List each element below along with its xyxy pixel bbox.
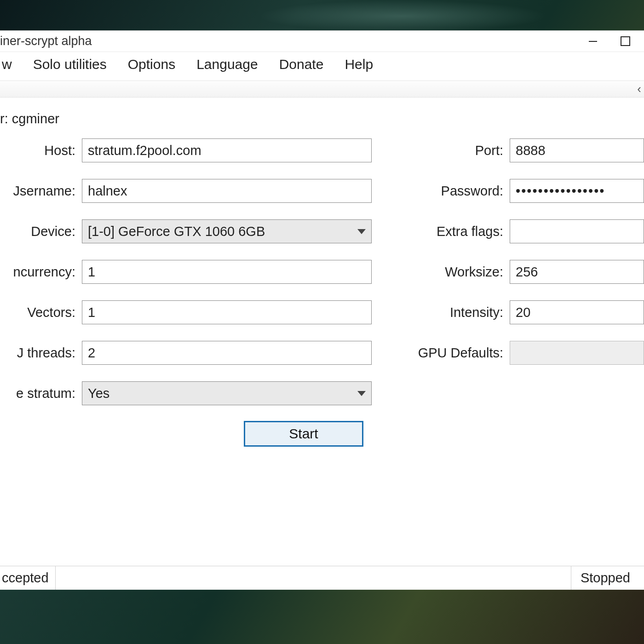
menu-donate[interactable]: Donate — [277, 55, 326, 74]
status-bar: ccepted Stopped — [0, 566, 644, 590]
miner-section-label: r: cgminer — [0, 109, 644, 138]
password-input[interactable] — [510, 179, 644, 203]
chevron-down-icon — [357, 391, 366, 396]
toolbar-overflow-icon[interactable]: ‹ — [637, 82, 641, 96]
window-title: iner-scrypt alpha — [0, 34, 92, 48]
toolbar-strip: ‹ — [0, 81, 644, 98]
stratum-label: e stratum: — [0, 386, 82, 401]
chevron-down-icon — [357, 229, 366, 234]
threads-input[interactable] — [82, 341, 372, 365]
port-label: Port: — [408, 143, 510, 158]
worksize-label: Worksize: — [408, 264, 510, 280]
device-select[interactable]: [1-0] GeForce GTX 1060 6GB — [82, 219, 372, 243]
password-label: Password: — [408, 184, 510, 199]
start-button[interactable]: Start — [244, 421, 363, 447]
menu-solo-utilities[interactable]: Solo utilities — [31, 55, 109, 74]
device-select-value: [1-0] GeForce GTX 1060 6GB — [88, 224, 265, 239]
vectors-input[interactable] — [82, 300, 372, 324]
gpu-defaults-box[interactable] — [510, 341, 644, 365]
intensity-input[interactable] — [510, 300, 644, 324]
threads-label: J threads: — [0, 345, 82, 361]
menu-help[interactable]: Help — [343, 55, 375, 74]
extra-flags-label: Extra flags: — [408, 224, 510, 239]
menu-bar: w Solo utilities Options Language Donate… — [0, 52, 644, 81]
extra-flags-input[interactable] — [510, 219, 644, 243]
stratum-select[interactable]: Yes — [82, 381, 372, 405]
concurrency-label: ncurrency: — [0, 264, 82, 280]
worksize-input[interactable] — [510, 260, 644, 284]
menu-language[interactable]: Language — [195, 55, 259, 74]
username-input[interactable] — [82, 179, 372, 203]
maximize-button[interactable] — [609, 31, 641, 52]
gpu-defaults-label: GPU Defaults: — [408, 345, 510, 361]
title-bar[interactable]: iner-scrypt alpha — [0, 31, 644, 52]
concurrency-input[interactable] — [82, 260, 372, 284]
vectors-label: Vectors: — [0, 305, 82, 320]
port-input[interactable] — [510, 138, 644, 162]
menu-view[interactable]: w — [0, 55, 14, 74]
intensity-label: Intensity: — [408, 305, 510, 320]
menu-options[interactable]: Options — [126, 55, 177, 74]
host-label: Host: — [0, 143, 82, 158]
status-state: Stopped — [571, 566, 644, 590]
app-window: iner-scrypt alpha w Solo utilities Optio… — [0, 30, 644, 590]
host-input[interactable] — [82, 138, 372, 162]
minimize-button[interactable] — [577, 31, 609, 52]
stratum-select-value: Yes — [88, 386, 109, 401]
device-label: Device: — [0, 224, 82, 239]
status-accepted: ccepted — [0, 566, 56, 590]
username-label: Jsername: — [0, 184, 82, 199]
form-body: r: cgminer Host: Port: Jsername: Passwor… — [0, 98, 644, 566]
